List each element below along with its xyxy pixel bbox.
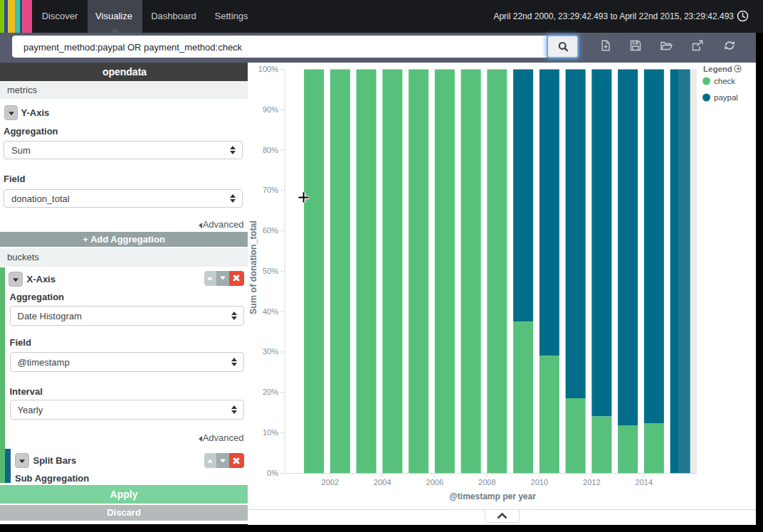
svg-text:60%: 60% (263, 226, 278, 235)
svg-text:2006: 2006 (426, 478, 443, 486)
svg-text:10%: 10% (263, 428, 278, 437)
svg-text:paypal: paypal (714, 93, 738, 102)
svg-text:70%: 70% (263, 186, 278, 194)
svg-text:2012: 2012 (583, 478, 600, 486)
svg-text:40%: 40% (263, 307, 278, 316)
svg-text:0%: 0% (267, 469, 278, 477)
svg-text:Sum of donation_total: Sum of donation_total (248, 220, 258, 314)
svg-text:50%: 50% (263, 267, 278, 275)
svg-text:2004: 2004 (374, 478, 391, 486)
svg-text:@timestamp per year: @timestamp per year (449, 491, 536, 501)
svg-text:100%: 100% (258, 65, 278, 73)
svg-text:90%: 90% (263, 105, 278, 114)
svg-text:Legend: Legend (703, 65, 732, 73)
svg-text:80%: 80% (263, 146, 278, 154)
svg-text:20%: 20% (263, 388, 278, 396)
svg-text:check: check (714, 77, 735, 85)
svg-text:30%: 30% (263, 347, 278, 356)
svg-text:2014: 2014 (636, 478, 653, 486)
svg-text:2010: 2010 (531, 478, 548, 486)
svg-text:2002: 2002 (322, 478, 339, 486)
svg-text:2008: 2008 (478, 478, 495, 486)
